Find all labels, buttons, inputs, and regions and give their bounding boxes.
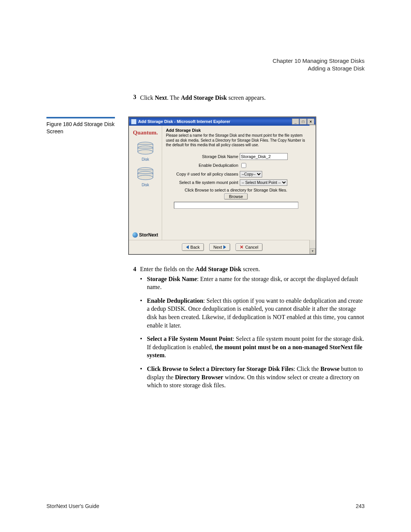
quantum-logo: Quantum. [133, 129, 158, 136]
copy-number-select[interactable]: --Copy-- [240, 171, 262, 177]
directory-path-box[interactable] [174, 202, 298, 209]
footer-left: StorNext User's Guide [46, 503, 99, 509]
chapter-line: Chapter 10 Managing Storage Disks [46, 57, 365, 65]
step-4: 4 Enter the fields on the Add Storage Di… [133, 265, 365, 273]
cancel-button[interactable]: ✕ Cancel [236, 243, 262, 251]
figure-caption: Figure 180 Add Storage Disk Screen [46, 121, 121, 135]
dialog-heading: Add Storage Disk [166, 128, 306, 133]
label-storage-disk-name: Storage Disk Name [166, 154, 240, 159]
window-title: Add Storage Disk - Microsoft Internet Ex… [138, 119, 230, 124]
enable-dedup-checkbox[interactable] [241, 163, 246, 168]
field-descriptions: Storage Disk Name: Enter a name for the … [140, 275, 365, 390]
ie-window: Add Storage Disk - Microsoft Internet Ex… [129, 117, 316, 254]
back-button[interactable]: Back [182, 243, 204, 251]
globe-icon [132, 232, 138, 238]
step-3: 3 Click Next. The Add Storage Disk scree… [133, 94, 365, 102]
disk-label-2: Disk [142, 183, 149, 187]
svg-point-4 [138, 150, 153, 154]
section-line: Adding a Storage Disk [46, 65, 365, 72]
step-number: 4 [133, 265, 140, 273]
disk-stack-icon [137, 141, 154, 157]
bullet-mount-point: Select a File System Mount Point: Select… [140, 335, 365, 359]
x-icon: ✕ [240, 244, 244, 250]
minimize-button[interactable]: _ [292, 118, 299, 125]
storage-disk-name-input[interactable] [240, 153, 288, 160]
ie-app-icon [131, 119, 137, 125]
label-mount-point: Select a file system mount point [166, 180, 240, 185]
browse-button[interactable]: Browse [224, 193, 248, 200]
footer-page-number: 243 [356, 503, 365, 509]
label-enable-dedup: Enable Deduplication [166, 163, 240, 168]
mount-point-select[interactable]: -- Select Mount Point -- [240, 179, 287, 186]
maximize-button[interactable]: □ [299, 118, 307, 125]
window-titlebar: Add Storage Disk - Microsoft Internet Ex… [129, 117, 315, 126]
wizard-sidebar: Quantum. Disk [129, 126, 162, 240]
label-copy-number: Copy # used for all policy classes [166, 172, 240, 176]
disk-label-1: Disk [142, 157, 149, 161]
disk-graphic-1: Disk [137, 141, 154, 161]
disk-graphic-2: Disk [137, 166, 154, 187]
triangle-left-icon [186, 245, 189, 249]
scroll-down-icon[interactable]: ▼ [310, 248, 315, 254]
bullet-browse-directory: Click Browse to Select a Directory for S… [140, 365, 365, 390]
svg-point-9 [138, 175, 153, 180]
disk-stack-icon [137, 166, 154, 182]
stornext-logo: StorNext [132, 232, 158, 238]
step-body: Click Next. The Add Storage Disk screen … [140, 94, 266, 102]
page-footer: StorNext User's Guide 243 [46, 503, 365, 509]
figure-rule [46, 117, 115, 118]
close-button[interactable]: × [307, 118, 314, 125]
dialog-intro: Please select a name for the Storage Dis… [166, 133, 306, 148]
next-button[interactable]: Next [209, 243, 231, 251]
step-number: 3 [133, 94, 140, 102]
triangle-right-icon [223, 245, 226, 249]
wizard-main: Add Storage Disk Please select a name fo… [162, 126, 310, 240]
chapter-header: Chapter 10 Managing Storage Disks Adding… [46, 57, 365, 73]
wizard-footer: Back Next ✕ Cancel [129, 240, 315, 254]
bullet-enable-dedup: Enable Deduplication: Select this option… [140, 297, 365, 329]
browse-note: Click Browse to select a directory for S… [166, 188, 306, 192]
bullet-storage-disk-name: Storage Disk Name: Enter a name for the … [140, 275, 365, 291]
